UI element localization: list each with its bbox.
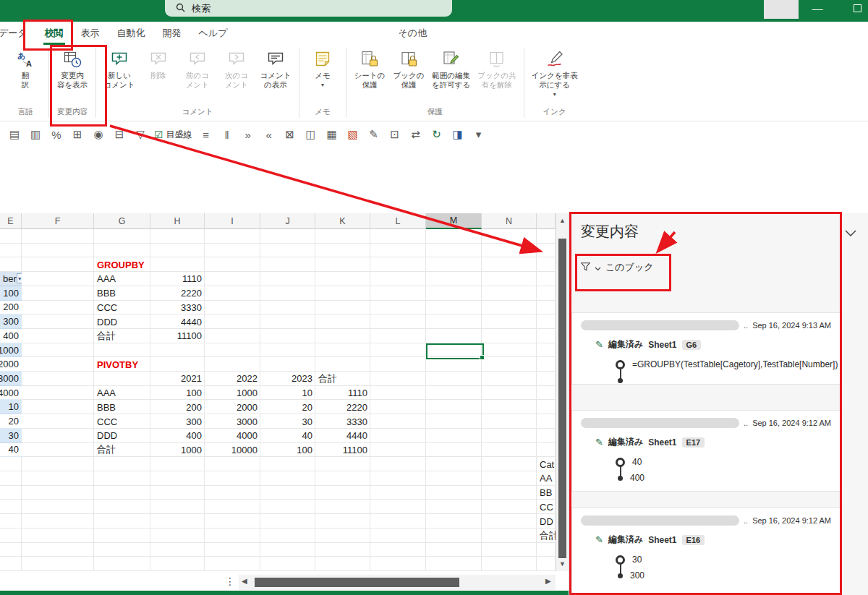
cell[interactable] [482,357,537,372]
cell-I15[interactable]: 4000 [205,429,260,443]
horizontal-scroll-thumb[interactable] [255,578,459,587]
new-comment-button[interactable]: 新しい コメント [100,46,139,91]
cell-K16[interactable]: 11100 [315,443,370,458]
scroll-down-arrow[interactable]: ▼ [556,558,569,570]
pane-splitter-handle[interactable]: ⋮ [225,575,234,587]
protect-workbook-button[interactable]: ブックの 保護 [389,46,428,91]
scroll-up-arrow[interactable]: ▲ [556,215,569,226]
cell-G15[interactable]: DDD [94,429,150,443]
cell-H14[interactable]: 300 [150,414,205,429]
change-card[interactable]: ..Sep 16, 2024 9:12 AM✎編集済みSheet1E174040… [571,410,841,492]
cell[interactable] [426,257,482,272]
cell-X18[interactable]: AA [537,471,556,486]
cell[interactable] [482,528,537,543]
cell-H13[interactable]: 200 [150,400,205,414]
cell[interactable] [205,329,260,343]
cell[interactable] [0,257,22,272]
cell[interactable] [370,528,426,543]
cell[interactable] [22,386,94,401]
cell[interactable] [426,329,482,343]
unshare-workbook-button[interactable]: ブックの共 有を解除 [474,46,519,91]
cell[interactable] [370,357,426,372]
cell[interactable] [260,229,315,244]
cell[interactable] [150,229,205,244]
cell[interactable] [205,301,260,315]
show-comments-button[interactable]: コメント の表示 [256,46,295,91]
cell[interactable] [150,457,205,471]
cell[interactable] [0,528,22,543]
maximize-button[interactable] [846,2,868,14]
column-header-F[interactable]: F [22,213,94,229]
cell[interactable] [260,514,315,528]
cell[interactable] [370,443,426,458]
search-input[interactable]: 検索 [165,0,452,17]
cell[interactable] [205,343,260,358]
cell[interactable] [0,244,22,258]
cell[interactable] [537,244,556,258]
cell[interactable] [0,457,22,471]
column-header-partial[interactable] [537,213,556,229]
cell[interactable] [426,486,482,500]
cell-H6[interactable]: 3330 [150,301,205,315]
cell[interactable] [370,557,426,571]
cell[interactable] [537,372,556,386]
column-header-N[interactable]: N [482,213,537,229]
column-header-M[interactable]: M [426,213,482,229]
tab-データ[interactable]: データ [0,22,36,45]
cell[interactable] [205,357,260,372]
cell[interactable] [260,343,315,358]
cell[interactable] [94,457,150,471]
swap-icon[interactable]: ⇄ [409,128,423,141]
cell[interactable] [537,443,556,458]
cell-I14[interactable]: 3000 [205,414,260,429]
cell[interactable] [205,286,260,301]
cell[interactable] [150,244,205,258]
cell[interactable] [0,557,22,571]
cell[interactable] [315,357,370,372]
cell-E9[interactable]: 1000 [0,343,22,358]
cell[interactable] [315,314,370,329]
cell[interactable] [22,314,94,329]
cell[interactable] [370,286,426,301]
cell[interactable] [426,372,482,386]
cell-I16[interactable]: 10000 [205,443,260,458]
cell[interactable] [315,557,370,571]
vertical-scroll-thumb[interactable] [558,239,566,558]
cell[interactable] [260,357,315,372]
cell[interactable] [315,329,370,343]
cell-K13[interactable]: 2220 [315,400,370,414]
camera-icon[interactable]: ◉ [91,128,106,141]
cell[interactable] [205,557,260,571]
cell[interactable] [22,486,94,500]
cell[interactable] [426,528,482,543]
cell-G6[interactable]: CCC [94,301,150,315]
cell[interactable] [537,229,556,244]
cell[interactable] [482,329,537,343]
column-header-J[interactable]: J [260,213,315,229]
cell-I13[interactable]: 2000 [205,400,260,414]
cell-H15[interactable]: 400 [150,429,205,443]
cell[interactable] [426,301,482,315]
cell[interactable] [537,414,556,429]
cell[interactable] [94,229,150,244]
more-commands-icon[interactable]: ▾ [472,128,486,141]
cell-H8[interactable]: 11100 [150,329,205,343]
panel-collapse-chevron-icon[interactable] [845,226,856,239]
cell[interactable] [315,471,370,486]
minimize-button[interactable]: — [807,2,828,14]
cell-E5[interactable]: 100 [0,286,22,301]
cell[interactable] [370,429,426,443]
cell[interactable] [22,400,94,414]
cell-E12[interactable]: 4000 [0,386,22,401]
align-left-icon[interactable]: ≡ [199,129,213,141]
cell[interactable] [260,500,315,514]
cell[interactable] [260,244,315,258]
cell[interactable] [94,486,150,500]
cell[interactable] [482,500,537,514]
cell[interactable] [482,229,537,244]
cell[interactable] [22,329,94,343]
cell[interactable] [482,286,537,301]
cell-K15[interactable]: 4440 [315,429,370,443]
cell[interactable] [426,457,482,471]
column-header-H[interactable]: H [150,213,205,229]
